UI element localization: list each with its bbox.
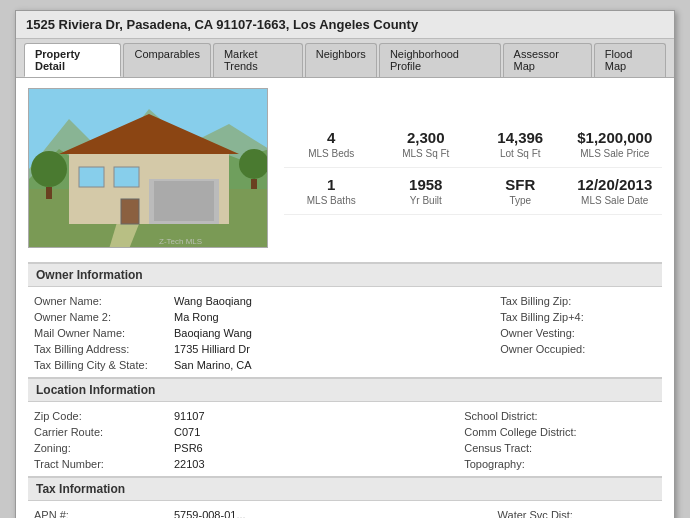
tax-section-header: Tax Information [28,476,662,501]
content-area: Z-Tech MLS 4 MLS Beds 2,300 MLS Sq Ft 14… [16,78,674,518]
table-row: Zip Code: 91107 School District: [28,408,662,424]
owner-info-table: Owner Name: Wang Baoqiang Tax Billing Zi… [28,293,662,373]
table-row: Tax Billing Address: 1735 Hilliard Dr Ow… [28,341,662,357]
tab-neighbors[interactable]: Neighbors [305,43,377,77]
tab-assessor-map[interactable]: Assessor Map [503,43,592,77]
tax-info-table: APN #: 5759-008-01... Water Svc Dist: % … [28,507,662,518]
stat-type: SFR Type [473,168,568,215]
stat-mls-baths: 1 MLS Baths [284,168,379,215]
tab-comparables[interactable]: Comparables [123,43,210,77]
stat-lot-sqft: 14,396 Lot Sq Ft [473,121,568,168]
svg-point-14 [239,149,268,179]
property-stats-grid: 4 MLS Beds 2,300 MLS Sq Ft 14,396 Lot Sq… [284,88,662,248]
table-row: APN #: 5759-008-01... Water Svc Dist: [28,507,662,518]
tab-flood-map[interactable]: Flood Map [594,43,666,77]
table-row: Owner Name 2: Ma Rong Tax Billing Zip+4: [28,309,662,325]
stat-mls-beds: 4 MLS Beds [284,121,379,168]
property-overview: Z-Tech MLS 4 MLS Beds 2,300 MLS Sq Ft 14… [28,88,662,248]
location-info-table: Zip Code: 91107 School District: Carrier… [28,408,662,472]
stat-sale-date: 12/20/2013 MLS Sale Date [568,168,663,215]
table-row: Tax Billing City & State: San Marino, CA [28,357,662,373]
owner-section-header: Owner Information [28,262,662,287]
address-title: 1525 Riviera Dr, Pasadena, CA 91107-1663… [26,17,418,32]
stat-yr-built: 1958 Yr Built [379,168,474,215]
property-image: Z-Tech MLS [28,88,268,248]
table-row: Carrier Route: C071 Comm College Distric… [28,424,662,440]
tab-neighborhood-profile[interactable]: Neighborhood Profile [379,43,501,77]
stat-mls-sqft: 2,300 MLS Sq Ft [379,121,474,168]
svg-text:Z-Tech MLS: Z-Tech MLS [159,237,202,246]
title-bar: 1525 Riviera Dr, Pasadena, CA 91107-1663… [16,11,674,39]
main-window: 1525 Riviera Dr, Pasadena, CA 91107-1663… [15,10,675,518]
table-row: Tract Number: 22103 Topography: [28,456,662,472]
svg-rect-10 [114,167,139,187]
svg-rect-8 [154,181,214,221]
location-section-header: Location Information [28,377,662,402]
table-row: Mail Owner Name: Baoqiang Wang Owner Ves… [28,325,662,341]
svg-rect-13 [46,187,52,199]
tab-bar: Property Detail Comparables Market Trend… [16,39,674,78]
stat-sale-price: $1,200,000 MLS Sale Price [568,121,663,168]
tab-property-detail[interactable]: Property Detail [24,43,121,77]
table-row: Owner Name: Wang Baoqiang Tax Billing Zi… [28,293,662,309]
svg-point-12 [31,151,67,187]
svg-rect-9 [79,167,104,187]
svg-rect-15 [251,179,257,189]
tab-market-trends[interactable]: Market Trends [213,43,303,77]
svg-rect-11 [121,199,139,224]
table-row: Zoning: PSR6 Census Tract: [28,440,662,456]
